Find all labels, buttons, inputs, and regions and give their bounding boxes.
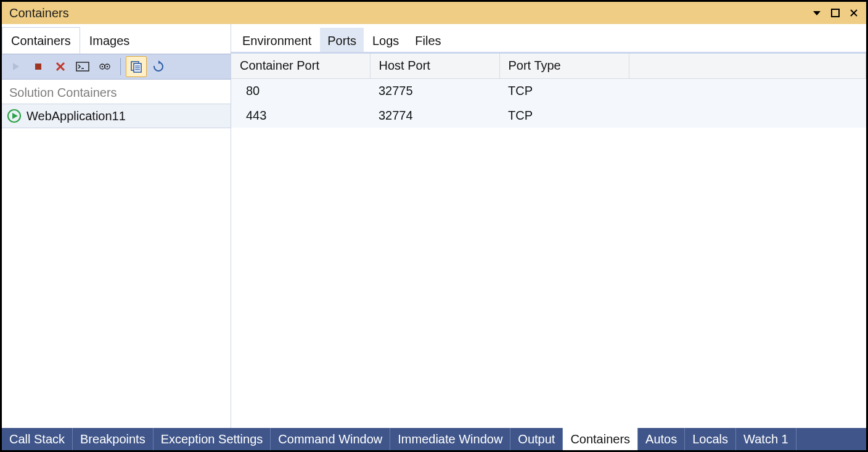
start-button[interactable] [6, 56, 27, 77]
svg-rect-1 [832, 9, 839, 17]
window-position-button[interactable] [809, 6, 824, 20]
left-tabs: Containers Images [2, 24, 231, 54]
tab-environment[interactable]: Environment [235, 28, 319, 52]
col-container-port[interactable]: Container Port [231, 54, 370, 78]
cell-empty [629, 103, 866, 128]
table-header-row: Container Port Host Port Port Type [231, 54, 866, 78]
svg-point-12 [102, 66, 103, 67]
terminal-button[interactable] [72, 56, 93, 77]
svg-marker-19 [158, 60, 161, 64]
container-item[interactable]: WebApplication11 [2, 104, 231, 128]
tab-label: Images [89, 34, 130, 47]
bottom-tab-autos[interactable]: Autos [638, 428, 685, 450]
show-containers-button[interactable] [126, 56, 147, 77]
tab-containers[interactable]: Containers [2, 27, 80, 54]
table-row[interactable]: 443 32774 TCP [231, 103, 866, 128]
running-icon [7, 109, 22, 123]
col-host-port[interactable]: Host Port [370, 54, 499, 78]
ports-table: Container Port Host Port Port Type 80 32… [231, 54, 866, 128]
remove-button[interactable] [50, 56, 71, 77]
container-toolbar [2, 54, 231, 80]
col-spacer [629, 54, 866, 78]
tab-label: Ports [327, 34, 356, 47]
title-text: Containers [9, 6, 69, 20]
bottom-tab-locals[interactable]: Locals [685, 428, 736, 450]
container-list: WebApplication11 [2, 104, 231, 128]
tab-files[interactable]: Files [407, 28, 448, 52]
stop-button[interactable] [28, 56, 49, 77]
detail-tabs: Environment Ports Logs Files [231, 24, 866, 54]
bottom-tab-command-window[interactable]: Command Window [271, 428, 390, 450]
cell-empty [629, 78, 866, 103]
section-label: Solution Containers [2, 80, 231, 104]
cell-host-port[interactable]: 32774 [370, 103, 499, 128]
col-port-type[interactable]: Port Type [499, 54, 629, 78]
svg-marker-4 [13, 63, 19, 70]
cell-port-type: TCP [499, 103, 629, 128]
title-bar: Containers [2, 2, 866, 24]
svg-marker-0 [813, 11, 821, 15]
bottom-tab-watch-1[interactable]: Watch 1 [736, 428, 796, 450]
svg-point-13 [107, 66, 108, 67]
bottom-tab-immediate-window[interactable]: Immediate Window [390, 428, 510, 450]
table-row[interactable]: 80 32775 TCP [231, 78, 866, 103]
tab-ports[interactable]: Ports [320, 28, 364, 52]
tab-logs[interactable]: Logs [365, 28, 406, 52]
body-row: Containers Images [2, 24, 866, 428]
tab-label: Containers [11, 34, 71, 47]
tab-label: Files [415, 34, 441, 47]
bottom-tab-call-stack[interactable]: Call Stack [2, 428, 73, 450]
left-pane: Containers Images [2, 24, 231, 428]
tab-images[interactable]: Images [80, 27, 139, 54]
bottom-tab-breakpoints[interactable]: Breakpoints [73, 428, 154, 450]
cell-container-port: 80 [231, 78, 370, 103]
attach-debugger-button[interactable] [94, 56, 115, 77]
refresh-button[interactable] [148, 56, 169, 77]
svg-marker-21 [12, 113, 18, 119]
tab-label: Environment [242, 34, 311, 47]
cell-port-type: TCP [499, 78, 629, 103]
cell-host-port[interactable]: 32775 [370, 78, 499, 103]
svg-rect-5 [35, 64, 41, 70]
svg-rect-8 [76, 62, 89, 71]
toolbar-separator [120, 58, 121, 75]
container-name: WebApplication11 [27, 109, 126, 123]
right-pane: Environment Ports Logs Files Container P… [231, 24, 866, 428]
tab-label: Logs [372, 34, 399, 47]
bottom-tab-containers[interactable]: Containers [563, 428, 638, 450]
maximize-button[interactable] [828, 6, 843, 20]
containers-tool-window: Containers Containers Images [0, 0, 868, 452]
bottom-tab-output[interactable]: Output [510, 428, 563, 450]
bottom-tab-exception-settings[interactable]: Exception Settings [154, 428, 271, 450]
cell-container-port: 443 [231, 103, 370, 128]
bottom-tab-bar: Call Stack Breakpoints Exception Setting… [2, 428, 866, 450]
close-button[interactable] [846, 6, 861, 20]
